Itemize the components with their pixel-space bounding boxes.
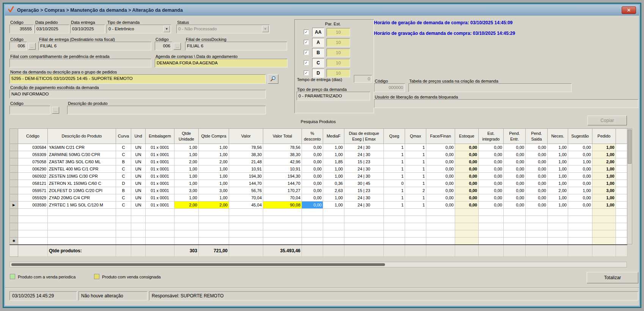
grid-cell-pend_entr[interactable] bbox=[504, 238, 526, 245]
grid-cell-face_finan[interactable]: 0,00 bbox=[426, 187, 455, 194]
grid-cell-curva[interactable]: D bbox=[116, 180, 131, 187]
grid-cell-qmax[interactable] bbox=[405, 216, 426, 223]
filial-entrega-field[interactable]: FILIAL 6 bbox=[38, 42, 151, 50]
grid-cell-valor_total[interactable]: 90,08 bbox=[263, 202, 302, 209]
grid-cell-pend_entr[interactable]: 0,00 bbox=[504, 187, 526, 194]
grid-cell-qtde_compra[interactable] bbox=[199, 209, 229, 216]
filial-cross-codigo-field[interactable]: 006 bbox=[155, 42, 172, 50]
grid-column-header-valor_total[interactable]: Valor Total bbox=[263, 129, 302, 144]
grid-cell-qseg[interactable]: 0 bbox=[384, 180, 405, 187]
grid-cell-descricao[interactable] bbox=[48, 230, 116, 238]
grid-cell-mediaf[interactable]: 0,36 bbox=[323, 180, 344, 187]
grid-cell-estoque[interactable] bbox=[455, 209, 479, 216]
grid-cell-qmax[interactable]: 1 bbox=[405, 194, 426, 202]
grid-cell-sugestao[interactable] bbox=[568, 223, 592, 230]
grid-cell-mediaf[interactable]: 1,00 bbox=[323, 151, 344, 158]
grid-cell-dias_estoque[interactable]: 24 | 30 bbox=[344, 194, 384, 202]
grid-cell-qtde_unidade[interactable]: 1,00 bbox=[174, 180, 199, 187]
row-indicator[interactable] bbox=[10, 151, 18, 158]
grid-cell-sugestao[interactable] bbox=[568, 209, 592, 216]
grid-cell-valor_total[interactable]: 38,30 bbox=[263, 151, 302, 158]
grid-cell-pend_entr[interactable] bbox=[504, 223, 526, 230]
grid-cell-est_integrado[interactable] bbox=[479, 223, 504, 230]
grid-cell-face_finan[interactable]: 0,00 bbox=[426, 144, 455, 151]
grid-cell-est_integrado[interactable]: 0,00 bbox=[479, 202, 504, 209]
grid-cell-est_integrado[interactable] bbox=[479, 216, 504, 223]
grid-cell-pedido[interactable]: 1,00 bbox=[592, 180, 616, 187]
grid-cell-qmax[interactable] bbox=[405, 223, 426, 230]
grid-cell-est_integrado[interactable]: 0,00 bbox=[479, 158, 504, 166]
grid-cell-neces[interactable] bbox=[548, 216, 568, 223]
grid-cell-pend_entr[interactable]: 0,00 bbox=[504, 151, 526, 158]
grid-cell-qseg[interactable]: 1 bbox=[384, 144, 405, 151]
grid-cell-face_finan[interactable] bbox=[426, 216, 455, 223]
curve-c-checkbox[interactable]: ✓ bbox=[304, 60, 309, 65]
grid-cell-valor_total[interactable]: 194,30 bbox=[263, 173, 302, 180]
grid-cell-pend_entr[interactable]: 0,00 bbox=[504, 173, 526, 180]
grid-cell-desconto[interactable] bbox=[302, 238, 323, 245]
grid-column-header-qtde_compra[interactable]: Qtde Compra bbox=[199, 129, 229, 144]
grid-cell-codigo[interactable]: 060932 bbox=[18, 173, 48, 180]
grid-cell-curva[interactable]: C bbox=[116, 151, 131, 158]
grid-cell-pedido[interactable] bbox=[592, 216, 616, 223]
grid-cell-qseg[interactable]: 1 bbox=[384, 173, 405, 180]
curve-c-value[interactable]: 10 bbox=[327, 59, 350, 67]
grid-cell-qtde_compra[interactable]: 2,00 bbox=[199, 202, 229, 209]
grid-cell-und[interactable] bbox=[131, 209, 146, 216]
grid-cell-valor[interactable]: 56,76 bbox=[229, 187, 263, 194]
grid-cell-neces[interactable]: 2,00 bbox=[548, 187, 568, 194]
grid-cell-embalagem[interactable] bbox=[146, 238, 174, 245]
grid-cell-pend_saida[interactable] bbox=[526, 238, 548, 245]
produto-browse-button[interactable]: ... bbox=[52, 107, 59, 114]
grid-cell-mediaf[interactable]: 1,00 bbox=[323, 173, 344, 180]
grid-cell-dias_estoque[interactable] bbox=[344, 238, 384, 245]
grid-column-header-estoque[interactable]: Estoque bbox=[455, 129, 479, 144]
grid-cell-descricao[interactable]: ZETRON XL 150MG C/60 C bbox=[48, 180, 116, 187]
grid-cell-face_finan[interactable]: 0,00 bbox=[426, 158, 455, 166]
grid-cell-qtde_unidade[interactable] bbox=[174, 216, 199, 223]
grid-cell-desconto[interactable]: 0,00 bbox=[302, 166, 323, 173]
grid-cell-und[interactable]: UN bbox=[131, 166, 146, 173]
grid-cell-und[interactable] bbox=[131, 238, 146, 245]
grid-cell-valor_total[interactable] bbox=[263, 223, 302, 230]
grid-cell-descricao[interactable]: ZENTEL 400 MG C/1 CPR bbox=[48, 166, 116, 173]
grid-cell-sugestao[interactable]: 1,00 bbox=[568, 158, 592, 166]
grid-column-header-face_finan[interactable]: Face/Finan bbox=[426, 129, 455, 144]
grid-cell-desconto[interactable]: 0,00 bbox=[302, 158, 323, 166]
grid-cell-mediaf[interactable] bbox=[323, 209, 344, 216]
grid-cell-qmax[interactable] bbox=[405, 230, 426, 238]
grid-cell-sugestao[interactable]: 0,00 bbox=[568, 173, 592, 180]
produto-descricao-field[interactable] bbox=[67, 106, 266, 114]
grid-cell-embalagem[interactable]: 01 x 0001 bbox=[146, 166, 174, 173]
grid-cell-qseg[interactable] bbox=[384, 223, 405, 230]
grid-cell-pend_saida[interactable]: 0,00 bbox=[526, 180, 548, 187]
grid-cell-estoque[interactable]: 0,00 bbox=[455, 187, 479, 194]
grid-cell-pend_entr[interactable] bbox=[504, 230, 526, 238]
grid-cell-pend_saida[interactable]: 0,00 bbox=[526, 202, 548, 209]
row-indicator[interactable] bbox=[10, 166, 18, 173]
grid-cell-desconto[interactable] bbox=[302, 209, 323, 216]
grid-cell-valor_total[interactable] bbox=[263, 238, 302, 245]
grid-cell-pend_saida[interactable] bbox=[526, 230, 548, 238]
grid-cell-embalagem[interactable]: 01 x 0001 bbox=[146, 202, 174, 209]
grid-cell-pedido[interactable] bbox=[592, 223, 616, 230]
grid-cell-dias_estoque[interactable] bbox=[344, 223, 384, 230]
grid-cell-qseg[interactable]: 1 bbox=[384, 187, 405, 194]
grid-cell-embalagem[interactable] bbox=[146, 209, 174, 216]
copiar-button[interactable]: Copiar bbox=[587, 116, 627, 125]
grid-cell-face_finan[interactable]: 0,00 bbox=[426, 166, 455, 173]
grid-cell-descricao[interactable]: ZYAD 20MG C/4 CPR bbox=[48, 194, 116, 202]
grid-column-header-descricao[interactable]: Descrição do Produto bbox=[48, 129, 116, 144]
grid-cell-embalagem[interactable]: 01 x 0001 bbox=[146, 151, 174, 158]
grid-cell-curva[interactable] bbox=[116, 209, 131, 216]
grid-cell-codigo[interactable]: 075058 bbox=[18, 158, 48, 166]
grid-cell-und[interactable]: UN bbox=[131, 144, 146, 151]
grid-cell-neces[interactable]: 1,00 bbox=[548, 144, 568, 151]
grid-cell-face_finan[interactable]: 0,00 bbox=[426, 151, 455, 158]
grid-cell-mediaf[interactable] bbox=[323, 223, 344, 230]
filial-entrega-codigo-field[interactable]: 006 bbox=[9, 42, 27, 50]
grid-cell-sugestao[interactable]: 0,00 bbox=[568, 180, 592, 187]
grid-cell-neces[interactable]: 1,00 bbox=[548, 166, 568, 173]
grid-cell-valor[interactable] bbox=[229, 223, 263, 230]
grid-cell-valor[interactable]: 45,04 bbox=[229, 202, 263, 209]
